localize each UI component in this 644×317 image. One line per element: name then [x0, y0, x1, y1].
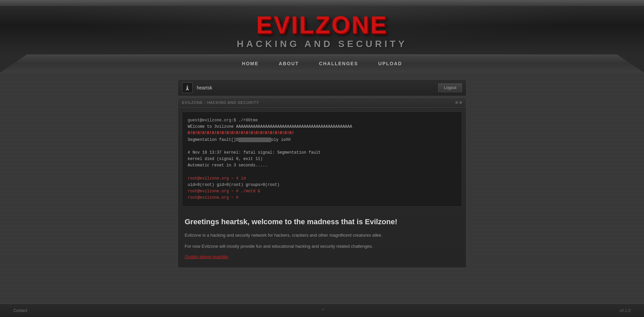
username-label: heartsk	[197, 85, 438, 90]
nav-challenges[interactable]: CHALLENGES	[319, 61, 358, 66]
terminal-line-6: kernel died (signal 0, exit 11)	[188, 156, 456, 162]
svg-rect-1	[187, 87, 188, 90]
terminal-line-5: # Nov 18 13:37 kernel: fatal signal: Seg…	[188, 150, 456, 156]
svg-marker-3	[188, 89, 189, 90]
terminal-blank-1	[188, 143, 456, 150]
terminal: guest@evilzone.org:$ ./r00tme WElcome to…	[182, 112, 462, 207]
terminal-line-9: uid=0(root) gid=0(root) groups=0(root)	[188, 182, 456, 188]
terminal-line-4: Segmentation fault[]D████████oly ioññ	[188, 137, 456, 143]
nav-about[interactable]: ABOUT	[279, 61, 299, 66]
panel-title: EVILZONE - HACKING AND SECURITY	[182, 101, 259, 105]
nav-upload[interactable]: UPLOAD	[378, 61, 402, 66]
footer-arrow-icon: ⌃	[321, 308, 325, 313]
terminal-line-11: root@evilzone.org ~ #	[188, 195, 456, 201]
content-panel: EVILZONE - HACKING AND SECURITY guest@ev…	[178, 97, 466, 268]
logout-button[interactable]: Logout	[438, 83, 462, 92]
terminal-line-1: guest@evilzone.org:$ ./r00tme	[188, 117, 456, 124]
welcome-heading: Greetings heartsk, welcome to the madnes…	[185, 217, 459, 226]
nav-home[interactable]: HOME	[242, 61, 259, 66]
header: EVILZONE HACKING AND SECURITY	[0, 6, 644, 54]
terminal-line-10: root@evilzone.org ~ # ./motd &	[188, 188, 456, 195]
user-avatar	[182, 82, 193, 93]
terminal-line-8: root@evilzone.org ~ # id	[188, 175, 456, 182]
logo-title: EVILZONE	[0, 13, 644, 37]
terminal-line-2: WElcome to 3vilzone AAAAAAAAAAAAAAAAAAAA…	[188, 124, 456, 130]
footer-version: v0.1.0	[619, 308, 631, 313]
panel-title-bar: EVILZONE - HACKING AND SECURITY	[178, 98, 466, 108]
svg-marker-0	[186, 85, 188, 87]
svg-marker-2	[186, 89, 187, 90]
footer-contact[interactable]: Contact	[13, 308, 27, 313]
terminal-line-3: ñ!ñ!ñ!ñ!ñ!ñ!ñ!ñ!ñ!ñ!ñ!ñ!ñ!ñ!ñ!ñ!ñ!ñ!ñ!ñ!…	[188, 130, 456, 136]
logo-subtitle: HACKING AND SECURITY	[0, 39, 644, 49]
main-nav: HOME ABOUT CHALLENGES UPLOAD	[0, 56, 644, 71]
panel-dot-1	[455, 101, 458, 104]
panel-dot-2	[459, 101, 462, 104]
terminal-blank-2	[188, 169, 456, 175]
panel-dots	[455, 101, 462, 104]
welcome-section: Greetings heartsk, welcome to the madnes…	[178, 211, 466, 267]
nav-wrapper: HOME ABOUT CHALLENGES UPLOAD	[0, 54, 644, 73]
main-content: heartsk Logout EVILZONE - HACKING AND SE…	[178, 73, 466, 275]
terminal-line-7: Automatic reset in 3 seconds.....	[188, 162, 456, 169]
footer: Contact ⌃ v0.1.0	[0, 304, 644, 317]
quality-label[interactable]: Quality above quantity.	[185, 254, 229, 259]
top-bar	[0, 0, 644, 6]
welcome-text-1: Evilzone is a hacking and security netwo…	[185, 232, 459, 239]
user-bar: heartsk Logout	[178, 79, 466, 96]
welcome-text-2: For now Evilzone will mostly provide fun…	[185, 243, 459, 250]
